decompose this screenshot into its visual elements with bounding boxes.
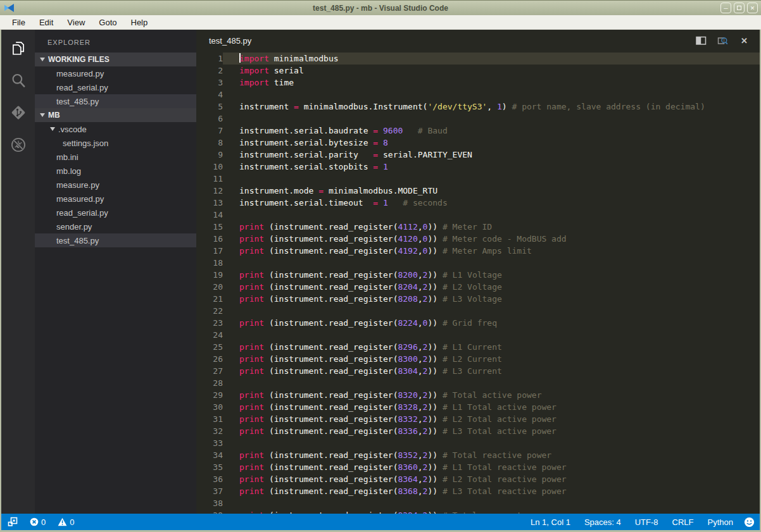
line-number[interactable]: 20 [196, 281, 223, 293]
line-number[interactable]: 1 [196, 53, 223, 65]
line-number[interactable]: 11 [196, 173, 223, 185]
code-line[interactable]: 9instrument.serial.parity = serial.PARIT… [196, 149, 760, 161]
code-line[interactable]: 23print (instrument.read_register(8224,0… [196, 317, 760, 329]
tree-file-item[interactable]: measure.py [35, 178, 196, 192]
code-line[interactable]: 11 [196, 173, 760, 185]
line-number[interactable]: 35 [196, 461, 223, 473]
maximize-button[interactable] [734, 3, 745, 13]
line-number[interactable]: 26 [196, 353, 223, 365]
line-number[interactable]: 24 [196, 329, 223, 341]
line-number[interactable]: 2 [196, 65, 223, 77]
line-number[interactable]: 17 [196, 245, 223, 257]
line-number[interactable]: 38 [196, 497, 223, 509]
folder-mb-header[interactable]: MB [35, 108, 196, 122]
tree-file-item[interactable]: settings.json [35, 136, 196, 150]
code-line[interactable]: 32print (instrument.read_register(8336,2… [196, 425, 760, 437]
line-number[interactable]: 39 [196, 509, 223, 514]
code-editor[interactable]: 1import minimalmodbus2import serial3impo… [196, 52, 760, 514]
code-line[interactable]: 18 [196, 257, 760, 269]
line-number[interactable]: 22 [196, 305, 223, 317]
line-number[interactable]: 12 [196, 185, 223, 197]
code-line[interactable]: 27print (instrument.read_register(8304,2… [196, 365, 760, 377]
close-window-button[interactable]: ✕ [747, 3, 758, 13]
code-line[interactable]: 2import serial [196, 65, 760, 77]
code-line[interactable]: 22 [196, 305, 760, 317]
code-line[interactable]: 24 [196, 329, 760, 341]
line-number[interactable]: 18 [196, 257, 223, 269]
working-file-item[interactable]: read_serial.py [35, 80, 196, 94]
line-number[interactable]: 34 [196, 449, 223, 461]
line-number[interactable]: 25 [196, 341, 223, 353]
code-line[interactable]: 17print (instrument.read_register(4192,0… [196, 245, 760, 257]
status-cursor-position[interactable]: Ln 1, Col 1 [524, 517, 577, 527]
code-line[interactable]: 13instrument.serial.timeout = 1 # second… [196, 197, 760, 209]
code-line[interactable]: 1import minimalmodbus [196, 53, 760, 65]
status-eol[interactable]: CRLF [665, 517, 701, 527]
code-line[interactable]: 26print (instrument.read_register(8300,2… [196, 353, 760, 365]
line-number[interactable]: 7 [196, 125, 223, 137]
line-number[interactable]: 30 [196, 401, 223, 413]
status-indentation[interactable]: Spaces: 4 [577, 517, 628, 527]
tree-file-item[interactable]: read_serial.py [35, 206, 196, 220]
workspace-icon[interactable] [8, 517, 18, 527]
line-number[interactable]: 3 [196, 77, 223, 89]
line-number[interactable]: 36 [196, 473, 223, 485]
code-line[interactable]: 19print (instrument.read_register(8200,2… [196, 269, 760, 281]
code-line[interactable]: 15print (instrument.read_register(4112,0… [196, 221, 760, 233]
code-line[interactable]: 29print (instrument.read_register(8320,2… [196, 389, 760, 401]
line-number[interactable]: 33 [196, 437, 223, 449]
line-number[interactable]: 21 [196, 293, 223, 305]
tree-file-item[interactable]: test_485.py [35, 233, 196, 247]
open-preview-icon[interactable] [717, 35, 728, 46]
code-line[interactable]: 31print (instrument.read_register(8332,2… [196, 413, 760, 425]
code-line[interactable]: 16print (instrument.read_register(4120,0… [196, 233, 760, 245]
code-line[interactable]: 37print (instrument.read_register(8368,2… [196, 485, 760, 497]
tree-folder-item[interactable]: .vscode [35, 122, 196, 136]
code-line[interactable]: 25print (instrument.read_register(8296,2… [196, 341, 760, 353]
code-line[interactable]: 34print (instrument.read_register(8352,2… [196, 449, 760, 461]
code-line[interactable]: 30print (instrument.read_register(8328,2… [196, 401, 760, 413]
minimize-button[interactable]: ─ [720, 3, 731, 13]
error-indicator[interactable]: 0 [30, 517, 46, 527]
code-line[interactable]: 10instrument.serial.stopbits = 1 [196, 161, 760, 173]
line-number[interactable]: 8 [196, 137, 223, 149]
tree-file-item[interactable]: measured.py [35, 192, 196, 206]
code-line[interactable]: 36print (instrument.read_register(8364,2… [196, 473, 760, 485]
line-number[interactable]: 29 [196, 389, 223, 401]
explorer-files-icon[interactable] [10, 40, 27, 56]
code-line[interactable]: 38 [196, 497, 760, 509]
code-line[interactable]: 8instrument.serial.bytesize = 8 [196, 137, 760, 149]
git-icon[interactable] [10, 104, 27, 121]
code-line[interactable]: 28 [196, 377, 760, 389]
line-number[interactable]: 9 [196, 149, 223, 161]
code-line[interactable]: 6 [196, 113, 760, 125]
line-number[interactable]: 16 [196, 233, 223, 245]
line-number[interactable]: 4 [196, 89, 223, 101]
code-line[interactable]: 5instrument = minimalmodbus.Instrument('… [196, 101, 760, 113]
feedback-smiley-icon[interactable] [744, 517, 755, 528]
status-language-mode[interactable]: Python [701, 517, 740, 527]
line-number[interactable]: 14 [196, 209, 223, 221]
working-files-header[interactable]: WORKING FILES [35, 53, 196, 66]
line-number[interactable]: 28 [196, 377, 223, 389]
menu-edit[interactable]: Edit [32, 16, 60, 28]
search-icon[interactable] [10, 72, 27, 89]
line-number[interactable]: 32 [196, 425, 223, 437]
window-titlebar[interactable]: test_485.py - mb - Visual Studio Code ─ … [0, 0, 761, 15]
menu-goto[interactable]: Goto [92, 16, 123, 28]
close-editor-icon[interactable]: ✕ [739, 35, 750, 46]
working-file-item[interactable]: test_485.py [35, 94, 196, 108]
tree-file-item[interactable]: sender.py [35, 220, 196, 233]
menu-file[interactable]: File [5, 16, 32, 28]
split-editor-icon[interactable] [696, 35, 707, 46]
line-number[interactable]: 19 [196, 269, 223, 281]
code-line[interactable]: 7instrument.serial.baudrate = 9600 # Bau… [196, 125, 760, 137]
working-file-item[interactable]: measured.py [35, 66, 196, 80]
code-line[interactable]: 21print (instrument.read_register(8208,2… [196, 293, 760, 305]
warning-indicator[interactable]: 0 [58, 517, 74, 527]
code-line[interactable]: 4 [196, 89, 760, 101]
code-line[interactable]: 33 [196, 437, 760, 449]
tree-file-item[interactable]: mb.log [35, 164, 196, 178]
line-number[interactable]: 27 [196, 365, 223, 377]
line-number[interactable]: 5 [196, 101, 223, 113]
